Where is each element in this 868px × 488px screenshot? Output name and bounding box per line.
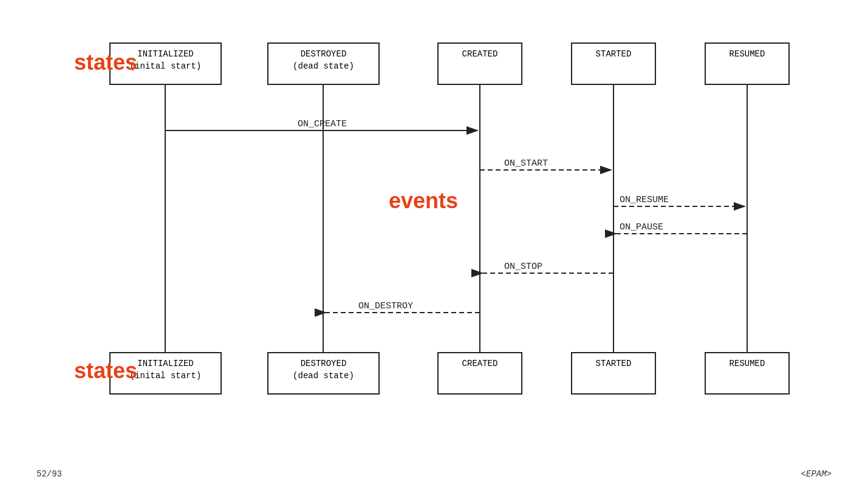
footer-brand: <EPAM> xyxy=(801,469,832,479)
created-bot-box: CREATED xyxy=(437,352,522,395)
diagram-container: ON_CREATE ON_START ON_RESUME ON_PAUSE ON… xyxy=(36,24,832,461)
diagram-svg: ON_CREATE ON_START ON_RESUME ON_PAUSE ON… xyxy=(36,24,832,461)
initialized-bot-line1: INITIALIZED xyxy=(137,359,193,368)
svg-text:ON_PAUSE: ON_PAUSE xyxy=(620,222,663,232)
initialized-top-line1: INITIALIZED xyxy=(137,49,193,59)
started-top-box: STARTED xyxy=(571,42,656,85)
footer-page-number: 52/93 xyxy=(36,469,62,479)
started-bot-box: STARTED xyxy=(571,352,656,395)
destroyed-top-line2: (dead state) xyxy=(293,61,354,71)
initialized-top-line2: (inital start) xyxy=(130,61,202,71)
states-label-top: states xyxy=(74,50,137,75)
started-top-line1: STARTED xyxy=(596,49,632,59)
resumed-top-line1: RESUMED xyxy=(730,49,765,59)
destroyed-top-line1: DESTROYED xyxy=(301,49,347,59)
resumed-bot-box: RESUMED xyxy=(705,352,790,395)
resumed-top-box: RESUMED xyxy=(705,42,790,85)
created-top-box: CREATED xyxy=(437,42,522,85)
svg-text:ON_START: ON_START xyxy=(504,158,548,169)
destroyed-top-box: DESTROYED (dead state) xyxy=(267,42,380,85)
resumed-bot-line1: RESUMED xyxy=(730,359,765,368)
destroyed-bot-box: DESTROYED (dead state) xyxy=(267,352,380,395)
started-bot-line1: STARTED xyxy=(596,359,632,368)
svg-text:ON_DESTROY: ON_DESTROY xyxy=(358,301,413,311)
svg-text:ON_RESUME: ON_RESUME xyxy=(620,195,669,205)
destroyed-bot-line1: DESTROYED xyxy=(301,359,347,368)
destroyed-bot-line2: (dead state) xyxy=(293,371,354,381)
created-top-line1: CREATED xyxy=(462,49,498,59)
svg-text:ON_CREATE: ON_CREATE xyxy=(298,119,347,129)
events-label: events xyxy=(389,188,458,214)
initialized-bot-line2: (inital start) xyxy=(130,371,202,381)
created-bot-line1: CREATED xyxy=(462,359,498,368)
states-label-bot: states xyxy=(74,358,137,384)
svg-text:ON_STOP: ON_STOP xyxy=(504,262,542,272)
